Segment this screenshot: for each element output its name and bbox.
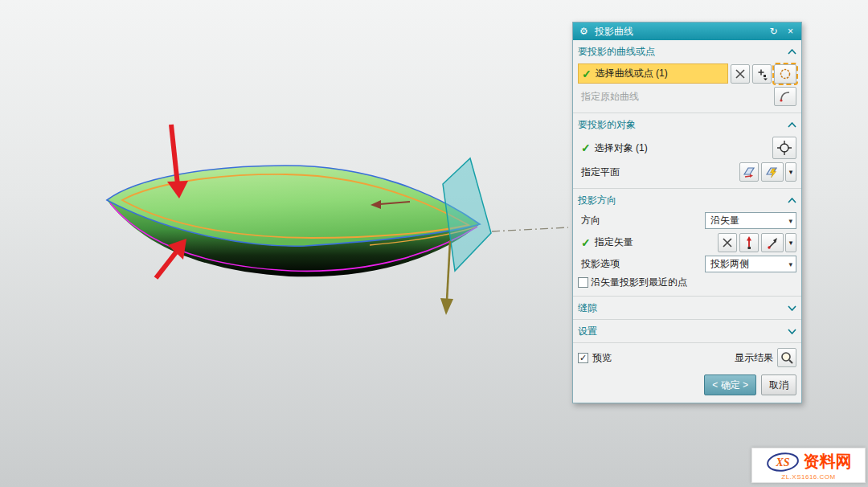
vector-dialog-button[interactable]: [718, 233, 737, 252]
section-header-settings[interactable]: 设置: [578, 322, 796, 340]
ok-button[interactable]: < 确定 >: [704, 374, 756, 395]
specify-vector-label: 指定矢量: [595, 235, 633, 249]
section-header-objects[interactable]: 要投影的对象: [578, 116, 796, 133]
show-result-label: 显示结果: [735, 351, 773, 365]
show-result-button[interactable]: [777, 348, 796, 367]
circle-curve-icon: [779, 68, 792, 80]
inferred-vector-icon: [766, 236, 779, 249]
close-icon[interactable]: ×: [784, 27, 796, 36]
direction-label: 方向: [578, 214, 702, 227]
extension-dash-line: [492, 227, 568, 231]
section-title: 投影方向: [578, 194, 788, 207]
vector-up-button[interactable]: [739, 233, 759, 252]
direction-combobox[interactable]: 沿矢量 ▾: [705, 212, 796, 229]
intersection-point-button[interactable]: [731, 64, 750, 84]
projection-option-label: 投影选项: [578, 257, 702, 271]
corner-curve-icon: [779, 90, 792, 103]
chevron-down-icon: [788, 329, 796, 334]
corner-curve-button[interactable]: [774, 87, 796, 106]
specify-plane-label: 指定平面: [578, 166, 737, 179]
datum-plane-bolt-icon: [765, 165, 780, 179]
crossing-vectors-icon: [721, 236, 734, 249]
projection-option-combobox[interactable]: 投影两侧 ▾: [705, 256, 796, 272]
section-direction: 投影方向 方向 沿矢量 ▾ ✓ 指定矢量: [573, 189, 801, 297]
section-title: 设置: [578, 325, 788, 338]
nearest-point-checkbox[interactable]: [578, 277, 588, 288]
select-object-row[interactable]: ✓ 选择对象 (1): [578, 138, 770, 158]
chevron-up-icon: [788, 198, 796, 203]
section-title: 要投影的对象: [578, 118, 788, 132]
dialog-footer: ✓ 预览 显示结果 < 确定 > 取消: [573, 343, 801, 403]
section-curves: 要投影的曲线或点 ✓ 选择曲线或点 (1): [573, 40, 801, 113]
check-icon: ✓: [581, 142, 591, 153]
magnifier-icon: [780, 350, 794, 365]
chevron-down-icon: ▾: [788, 260, 792, 268]
point-constructor-button[interactable]: [752, 64, 772, 84]
red-vector-icon: [743, 235, 755, 250]
select-object-label: 选择对象 (1): [595, 141, 648, 155]
specify-vector-row[interactable]: ✓ 指定矢量: [578, 232, 715, 252]
chevron-down-icon: ▾: [788, 217, 792, 225]
watermark-logo-text: XS: [775, 456, 789, 469]
watermark-url: ZL.XS1616.COM: [755, 473, 862, 481]
dialog-title: 投影曲线: [595, 25, 763, 39]
inferred-vector-button[interactable]: [761, 233, 784, 252]
curve-rule-button[interactable]: [774, 64, 796, 84]
section-objects: 要投影的对象 ✓ 选择对象 (1) 指定平面: [573, 113, 801, 189]
check-icon: ✓: [582, 68, 592, 80]
vector-options-dropdown[interactable]: ▾: [785, 233, 796, 252]
chevron-down-icon: [788, 305, 796, 311]
general-selection-button[interactable]: [772, 137, 796, 159]
datum-plane-button[interactable]: [761, 162, 784, 182]
select-curve-row[interactable]: ✓ 选择曲线或点 (1): [578, 63, 728, 84]
watermark: XS 资料网 ZL.XS1616.COM: [751, 448, 866, 483]
direction-value: 沿矢量: [710, 214, 788, 227]
projection-option-value: 投影两侧: [710, 257, 788, 271]
project-curve-dialog: ⚙ 投影曲线 ↻ × 要投影的曲线或点 ✓ 选择曲线或点 (1): [572, 22, 802, 403]
plane-inferred-button[interactable]: [739, 162, 759, 182]
select-curve-label: 选择曲线或点 (1): [596, 67, 668, 80]
section-gap: 缝隙: [573, 297, 801, 320]
section-title: 要投影的曲线或点: [578, 45, 788, 59]
plane-icon: [742, 165, 756, 179]
crossing-curves-icon: [734, 68, 747, 80]
chevron-up-icon: [788, 122, 796, 128]
nearest-point-label: 沿矢量投影到最近的点: [591, 276, 687, 289]
section-header-direction[interactable]: 投影方向: [578, 191, 796, 209]
section-header-gap[interactable]: 缝隙: [578, 299, 796, 317]
preview-checkbox[interactable]: ✓: [578, 353, 588, 363]
watermark-brand: 资料网: [804, 451, 852, 473]
dialog-titlebar[interactable]: ⚙ 投影曲线 ↻ ×: [573, 23, 801, 40]
crosshair-icon: [776, 140, 792, 156]
application-window: ⚙ 投影曲线 ↻ × 要投影的曲线或点 ✓ 选择曲线或点 (1): [0, 0, 868, 487]
watermark-logo-icon: XS: [766, 452, 801, 473]
reset-icon[interactable]: ↻: [768, 27, 780, 36]
chevron-up-icon: [788, 49, 796, 55]
point-constructor-icon: [755, 68, 768, 80]
gear-icon: ⚙: [578, 27, 590, 36]
section-header-curves[interactable]: 要投影的曲线或点: [578, 43, 796, 60]
origin-curve-label[interactable]: 指定原始曲线: [578, 90, 772, 104]
section-settings: 设置: [573, 320, 801, 343]
cancel-button[interactable]: 取消: [761, 374, 796, 395]
preview-label: 预览: [592, 351, 612, 365]
section-title: 缝隙: [578, 301, 788, 315]
check-icon: ✓: [581, 237, 591, 248]
projection-vector-arrow[interactable]: [440, 241, 453, 315]
plane-options-dropdown[interactable]: ▾: [785, 162, 796, 182]
